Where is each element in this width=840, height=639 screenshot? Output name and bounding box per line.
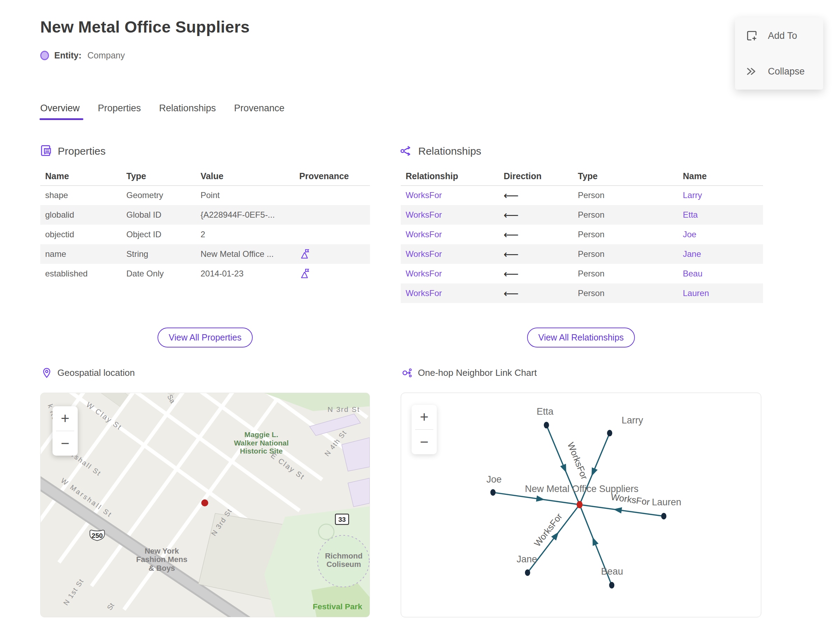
direction-arrow-icon: ⟵ (504, 190, 519, 201)
add-to-label: Add To (768, 30, 797, 41)
col-type: Type (573, 167, 678, 186)
property-value: New Metal Office ... (196, 244, 294, 264)
relationship-link[interactable]: WorksFor (406, 249, 442, 259)
properties-header-row: Name Type Value Provenance (40, 167, 370, 186)
direction-cell: ⟵ (499, 205, 573, 225)
chart-zoom-in-button[interactable]: + (412, 405, 437, 429)
entity-name-link[interactable]: Jane (683, 249, 701, 259)
edge-arrowhead (560, 464, 569, 474)
property-row: objectidObject ID2 (40, 225, 370, 244)
map-marker (201, 499, 208, 506)
entity-label: Entity: (54, 50, 81, 60)
relationship-link[interactable]: WorksFor (406, 288, 442, 298)
entity-name-link[interactable]: Lauren (683, 288, 709, 298)
property-provenance[interactable] (294, 244, 370, 264)
relationship-cell: WorksFor (401, 186, 499, 205)
map-label: & Boys (148, 564, 175, 572)
property-type: String (121, 244, 196, 264)
map-label: Walker National (234, 439, 288, 447)
name-cell: Joe (678, 225, 763, 244)
node-center[interactable] (577, 501, 583, 509)
map-label: Maggie L. (244, 431, 278, 439)
relationship-cell: WorksFor (401, 225, 499, 244)
map-zoom-control: + − (52, 406, 78, 456)
actions-menu: Add To Collapse (735, 17, 823, 90)
map-label: New York (145, 547, 179, 555)
node-label-joe: Joe (487, 474, 501, 485)
relationship-link[interactable]: WorksFor (406, 269, 442, 278)
property-name: shape (40, 186, 121, 205)
direction-cell: ⟵ (499, 186, 573, 205)
col-relationship: Relationship (401, 167, 499, 186)
properties-section-title: Properties (58, 145, 106, 157)
direction-arrow-icon: ⟵ (504, 229, 519, 240)
tab-provenance[interactable]: Provenance (234, 103, 285, 120)
tab-overview[interactable]: Overview (40, 103, 80, 120)
col-type: Type (121, 167, 196, 186)
edge-arrowhead (590, 536, 599, 546)
chart-zoom-control: + − (412, 405, 437, 454)
direction-cell: ⟵ (499, 283, 573, 303)
map[interactable]: k RdW Clay StSaN 3rd StMaggie L.Walker N… (40, 393, 370, 617)
relationship-link[interactable]: WorksFor (406, 210, 442, 219)
tab-relationships[interactable]: Relationships (159, 103, 216, 120)
link-chart-section-header: One-hop Neighbor Link Chart (402, 367, 537, 378)
relationship-row: WorksFor⟵PersonEtta (401, 205, 763, 225)
relationships-header-row: Relationship Direction Type Name (401, 167, 763, 186)
type-cell: Person (573, 205, 678, 225)
view-all-relationships-button[interactable]: View All Relationships (527, 327, 635, 348)
link-chart[interactable]: WorksForWorksForWorksForEttaLarryJoeLaur… (401, 393, 761, 617)
property-provenance[interactable] (294, 264, 370, 283)
relationships-section-title: Relationships (418, 145, 481, 157)
col-provenance: Provenance (294, 167, 370, 186)
property-row: establishedDate Only2014-01-23 (40, 264, 370, 283)
entity-name-link[interactable]: Joe (683, 230, 697, 239)
node-beau[interactable] (609, 582, 614, 589)
relationship-cell: WorksFor (401, 205, 499, 225)
property-type: Object ID (121, 225, 196, 244)
svg-text:250: 250 (92, 532, 103, 539)
map-zoom-in-button[interactable]: + (52, 406, 78, 431)
type-cell: Person (573, 186, 678, 205)
col-value: Value (196, 167, 294, 186)
node-lauren[interactable] (661, 513, 667, 519)
entity-name-link[interactable]: Beau (683, 269, 702, 278)
property-name: established (40, 264, 121, 283)
view-all-properties-button[interactable]: View All Properties (158, 327, 253, 348)
route-shield-250: 250 (90, 530, 105, 540)
col-name: Name (40, 167, 121, 186)
relationship-link[interactable]: WorksFor (406, 191, 442, 200)
route-shield-33: 33 (335, 514, 348, 525)
relationship-link[interactable]: WorksFor (406, 230, 442, 239)
node-larry[interactable] (607, 430, 612, 436)
node-jane[interactable] (525, 569, 530, 576)
properties-icon (40, 145, 52, 157)
link-chart-section-title: One-hop Neighbor Link Chart (418, 367, 537, 378)
provenance-icon[interactable] (299, 248, 311, 260)
relationship-row: WorksFor⟵PersonJane (401, 244, 763, 264)
collapse-label: Collapse (768, 66, 805, 77)
add-to-button[interactable]: Add To (746, 29, 813, 42)
relationships-table: Relationship Direction Type Name WorksFo… (401, 167, 763, 303)
col-name: Name (678, 167, 763, 186)
direction-arrow-icon: ⟵ (504, 248, 519, 260)
edge-arrowhead (589, 467, 598, 478)
provenance-icon[interactable] (299, 268, 311, 280)
relationship-cell: WorksFor (401, 264, 499, 283)
direction-cell: ⟵ (499, 264, 573, 283)
chart-zoom-out-button[interactable]: − (412, 430, 437, 454)
node-etta[interactable] (544, 422, 549, 428)
map-zoom-out-button[interactable]: − (52, 431, 78, 456)
relationship-row: WorksFor⟵PersonJoe (401, 225, 763, 244)
properties-table: Name Type Value Provenance shapeGeometry… (40, 167, 370, 283)
collapse-button[interactable]: Collapse (746, 65, 813, 78)
property-provenance (294, 205, 370, 225)
entity-row: Entity: Company (40, 50, 125, 60)
node-joe[interactable] (490, 489, 496, 496)
tab-properties[interactable]: Properties (98, 103, 141, 120)
property-provenance (294, 225, 370, 244)
entity-name-link[interactable]: Etta (683, 210, 698, 219)
name-cell: Lauren (678, 283, 763, 303)
entity-name-link[interactable]: Larry (683, 191, 702, 200)
node-label-center: New Metal Office Suppliers (525, 484, 638, 494)
